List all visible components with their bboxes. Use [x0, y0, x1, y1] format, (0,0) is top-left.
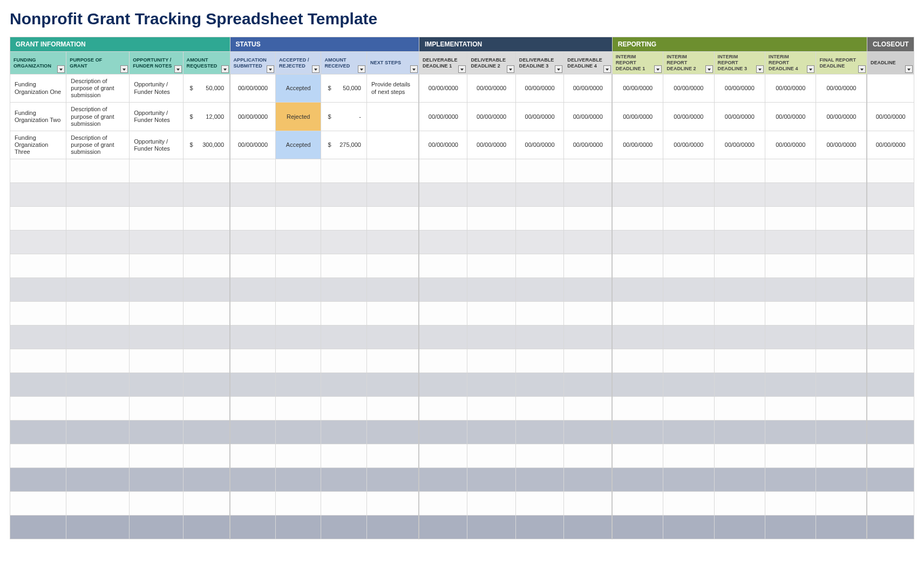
cell-empty[interactable] — [366, 468, 419, 492]
filter-dropdown-icon[interactable] — [221, 65, 229, 73]
cell-date[interactable]: 00/00/0000 — [564, 74, 612, 103]
cell-empty[interactable] — [714, 373, 765, 397]
cell-empty[interactable] — [321, 159, 366, 183]
cell-empty[interactable] — [10, 207, 66, 231]
cell-empty[interactable] — [467, 421, 515, 444]
cell-empty[interactable] — [130, 278, 183, 302]
cell-empty[interactable] — [10, 302, 66, 326]
cell-empty[interactable] — [419, 373, 467, 397]
cell-empty[interactable] — [230, 492, 275, 516]
cell-empty[interactable] — [515, 302, 563, 326]
cell-empty[interactable] — [564, 468, 612, 492]
cell-date[interactable]: 00/00/0000 — [612, 131, 663, 159]
cell-date[interactable]: 00/00/0000 — [515, 74, 563, 103]
cell-empty[interactable] — [564, 492, 612, 516]
cell-app-submitted[interactable]: 00/00/0000 — [230, 103, 275, 131]
table-row[interactable] — [10, 468, 914, 492]
cell-date[interactable]: 00/00/0000 — [515, 103, 563, 131]
filter-dropdown-icon[interactable] — [654, 65, 662, 73]
cell-empty[interactable] — [183, 397, 230, 421]
cell-empty[interactable] — [366, 516, 419, 539]
cell-empty[interactable] — [230, 183, 275, 207]
cell-empty[interactable] — [714, 326, 765, 349]
cell-empty[interactable] — [276, 207, 321, 231]
cell-empty[interactable] — [765, 183, 816, 207]
cell-empty[interactable] — [419, 397, 467, 421]
cell-amount-received[interactable]: $- — [321, 103, 366, 131]
cell-empty[interactable] — [10, 516, 66, 539]
cell-empty[interactable] — [564, 373, 612, 397]
colheader-interim4[interactable]: INTERIM REPORT DEADLINE 4 — [765, 52, 816, 74]
cell-empty[interactable] — [467, 207, 515, 231]
cell-empty[interactable] — [130, 326, 183, 349]
cell-empty[interactable] — [467, 516, 515, 539]
cell-empty[interactable] — [612, 516, 663, 539]
cell-empty[interactable] — [515, 254, 563, 278]
cell-empty[interactable] — [663, 207, 714, 231]
cell-empty[interactable] — [515, 349, 563, 373]
cell-empty[interactable] — [130, 207, 183, 231]
cell-date[interactable]: 00/00/0000 — [419, 131, 467, 159]
table-row[interactable]: Funding Organization OneDescription of p… — [10, 74, 914, 103]
filter-dropdown-icon[interactable] — [905, 65, 913, 73]
cell-date[interactable]: 00/00/0000 — [467, 131, 515, 159]
colheader-next_steps[interactable]: NEXT STEPS — [366, 52, 419, 74]
cell-date[interactable]: 00/00/0000 — [714, 131, 765, 159]
cell-empty[interactable] — [321, 373, 366, 397]
cell-empty[interactable] — [515, 468, 563, 492]
colheader-app_submitted[interactable]: APPLICATION SUBMITTED — [230, 52, 275, 74]
cell-empty[interactable] — [515, 397, 563, 421]
cell-empty[interactable] — [130, 302, 183, 326]
cell-empty[interactable] — [467, 444, 515, 468]
cell-empty[interactable] — [183, 231, 230, 254]
cell-date[interactable]: 00/00/0000 — [867, 131, 914, 159]
cell-empty[interactable] — [663, 444, 714, 468]
cell-empty[interactable] — [714, 444, 765, 468]
cell-status[interactable]: Accepted — [276, 131, 321, 159]
cell-empty[interactable] — [612, 492, 663, 516]
cell-empty[interactable] — [816, 349, 867, 373]
cell-empty[interactable] — [816, 231, 867, 254]
cell-empty[interactable] — [66, 278, 130, 302]
cell-date[interactable]: 00/00/0000 — [663, 74, 714, 103]
cell-empty[interactable] — [663, 302, 714, 326]
cell-opportunity[interactable]: Opportunity / Funder Notes — [130, 131, 183, 159]
cell-empty[interactable] — [867, 326, 914, 349]
cell-empty[interactable] — [714, 183, 765, 207]
table-row[interactable] — [10, 183, 914, 207]
filter-dropdown-icon[interactable] — [312, 65, 320, 73]
cell-empty[interactable] — [515, 444, 563, 468]
cell-empty[interactable] — [515, 373, 563, 397]
cell-empty[interactable] — [612, 254, 663, 278]
cell-empty[interactable] — [419, 183, 467, 207]
cell-empty[interactable] — [867, 421, 914, 444]
cell-date[interactable]: 00/00/0000 — [714, 74, 765, 103]
cell-empty[interactable] — [183, 444, 230, 468]
cell-date[interactable]: 00/00/0000 — [816, 103, 867, 131]
filter-dropdown-icon[interactable] — [603, 65, 611, 73]
cell-empty[interactable] — [765, 231, 816, 254]
cell-date[interactable]: 00/00/0000 — [467, 103, 515, 131]
cell-empty[interactable] — [321, 326, 366, 349]
cell-empty[interactable] — [10, 421, 66, 444]
cell-empty[interactable] — [230, 231, 275, 254]
filter-dropdown-icon[interactable] — [555, 65, 562, 73]
cell-empty[interactable] — [564, 254, 612, 278]
cell-empty[interactable] — [366, 231, 419, 254]
cell-empty[interactable] — [467, 254, 515, 278]
cell-date[interactable]: 00/00/0000 — [467, 74, 515, 103]
cell-empty[interactable] — [321, 302, 366, 326]
filter-dropdown-icon[interactable] — [705, 65, 713, 73]
cell-empty[interactable] — [419, 254, 467, 278]
filter-dropdown-icon[interactable] — [858, 65, 866, 73]
cell-empty[interactable] — [564, 183, 612, 207]
cell-empty[interactable] — [612, 207, 663, 231]
cell-empty[interactable] — [183, 421, 230, 444]
cell-empty[interactable] — [130, 397, 183, 421]
cell-empty[interactable] — [130, 231, 183, 254]
cell-empty[interactable] — [230, 421, 275, 444]
cell-empty[interactable] — [276, 183, 321, 207]
cell-empty[interactable] — [230, 349, 275, 373]
cell-next-steps[interactable]: Provide details of next steps — [366, 74, 419, 103]
cell-empty[interactable] — [612, 444, 663, 468]
